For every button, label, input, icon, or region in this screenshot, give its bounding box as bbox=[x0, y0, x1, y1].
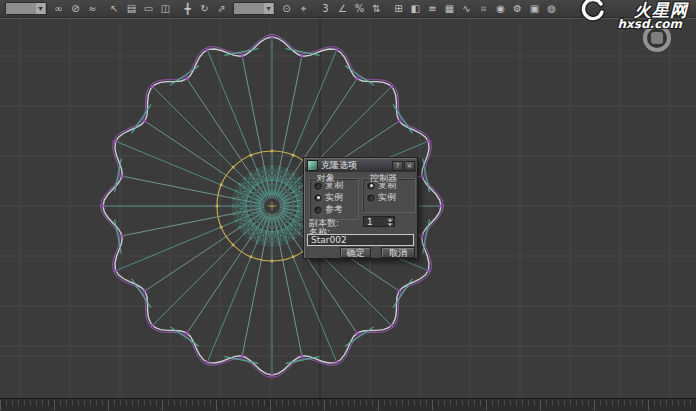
select-and-link-icon[interactable]: ∞ bbox=[51, 1, 66, 16]
layer-manager-icon[interactable]: ▦ bbox=[442, 1, 457, 16]
rendered-frame-icon[interactable]: ▣ bbox=[527, 1, 542, 16]
rectangular-selection-region-icon[interactable]: ▭ bbox=[141, 1, 156, 16]
toolbar-separator bbox=[312, 1, 317, 16]
schematic-view-icon[interactable]: ⌗ bbox=[476, 1, 491, 16]
controller-radio-label-1: 实例 bbox=[378, 191, 396, 204]
controller-group: 控制器 复制实例 bbox=[362, 178, 416, 213]
copies-value: 1 bbox=[367, 217, 373, 227]
select-and-rotate-icon[interactable]: ↻ bbox=[197, 1, 212, 16]
controller-radio-1[interactable] bbox=[367, 194, 375, 202]
track-bar[interactable] bbox=[0, 398, 696, 411]
snaps-toggle-icon[interactable]: 3 bbox=[318, 1, 333, 16]
object-option-1[interactable]: 实例 bbox=[314, 192, 358, 203]
toolbar-separator bbox=[385, 1, 390, 16]
cancel-button[interactable]: 取消 bbox=[381, 247, 415, 258]
object-option-2[interactable]: 参考 bbox=[314, 204, 358, 215]
curve-editor-icon[interactable]: ∿ bbox=[459, 1, 474, 16]
spinner-down-button[interactable]: ▼ bbox=[386, 222, 394, 227]
bind-to-space-warp-icon[interactable]: ≈ bbox=[85, 1, 100, 16]
select-and-manipulate-icon[interactable]: ⌖ bbox=[296, 1, 311, 16]
object-radio-label-2: 参考 bbox=[325, 203, 343, 216]
copies-spinner[interactable]: 1 ▲ ▼ bbox=[363, 216, 395, 227]
spinner-snap-icon[interactable]: ⇅ bbox=[369, 1, 384, 16]
object-radio-1[interactable] bbox=[314, 194, 322, 202]
clone-options-dialog: 克隆选项 ? × 对象 复制实例参考 控制器 复制实例 副本数: 1 ▲ ▼ bbox=[303, 157, 418, 259]
track-bar-major-ticks bbox=[0, 400, 696, 410]
percent-snap-icon[interactable]: % bbox=[352, 1, 367, 16]
object-group-label: 对象 bbox=[315, 173, 337, 183]
dialog-help-button[interactable]: ? bbox=[392, 161, 403, 171]
select-by-name-icon[interactable]: ▤ bbox=[124, 1, 139, 16]
render-setup-icon[interactable]: ⚙ bbox=[510, 1, 525, 16]
object-radio-2[interactable] bbox=[314, 206, 322, 214]
named-selection-sets-icon[interactable]: ⊞ bbox=[391, 1, 406, 16]
render-icon[interactable]: ◍ bbox=[544, 1, 559, 16]
dialog-title: 克隆选项 bbox=[321, 159, 391, 172]
align-icon[interactable]: ≡ bbox=[425, 1, 440, 16]
unlink-selection-icon[interactable]: ⊘ bbox=[68, 1, 83, 16]
select-and-move-icon[interactable]: ╋ bbox=[180, 1, 195, 16]
select-and-scale-icon[interactable]: ⇗ bbox=[214, 1, 229, 16]
use-pivot-center-icon[interactable]: ⊙ bbox=[279, 1, 294, 16]
controller-option-1[interactable]: 实例 bbox=[367, 192, 415, 203]
main-toolbar: ∞⊘≈↖▤▭◫╋↻⇗⊙⌖3∠%⇅⊞◧≡▦∿⌗◉⚙▣◍ bbox=[0, 0, 696, 18]
watermark-badge-icon bbox=[643, 24, 671, 52]
3dsmax-window: ∞⊘≈↖▤▭◫╋↻⇗⊙⌖3∠%⇅⊞◧≡▦∿⌗◉⚙▣◍ 克隆选项 ? × 对象 复… bbox=[0, 0, 696, 411]
name-input[interactable]: Star002 bbox=[307, 234, 414, 246]
angle-snap-icon[interactable]: ∠ bbox=[335, 1, 350, 16]
object-group: 对象 复制实例参考 bbox=[309, 178, 359, 220]
toolbar-separator bbox=[174, 1, 179, 16]
window-crossing-icon[interactable]: ◫ bbox=[158, 1, 173, 16]
select-object-icon[interactable]: ↖ bbox=[107, 1, 122, 16]
viewport[interactable]: 克隆选项 ? × 对象 复制实例参考 控制器 复制实例 副本数: 1 ▲ ▼ bbox=[0, 18, 696, 398]
reference-coordinate-combo[interactable] bbox=[233, 2, 275, 15]
ok-button[interactable]: 确定 bbox=[340, 247, 371, 258]
selection-filter-combo[interactable] bbox=[5, 2, 47, 15]
material-editor-icon[interactable]: ◉ bbox=[493, 1, 508, 16]
controller-group-label: 控制器 bbox=[368, 173, 399, 183]
dialog-app-icon bbox=[307, 160, 318, 171]
dialog-titlebar[interactable]: 克隆选项 ? × bbox=[305, 159, 416, 172]
toolbar-separator bbox=[101, 1, 106, 16]
dialog-close-button[interactable]: × bbox=[404, 161, 415, 171]
mirror-icon[interactable]: ◧ bbox=[408, 1, 423, 16]
